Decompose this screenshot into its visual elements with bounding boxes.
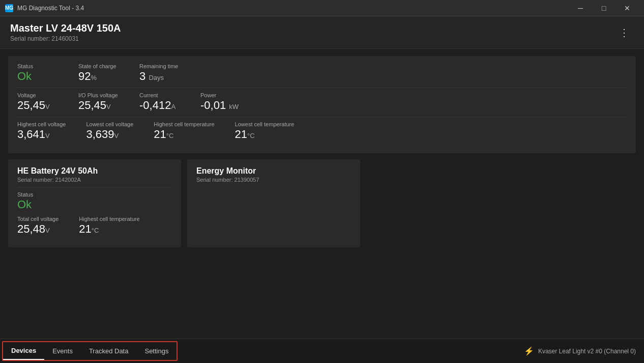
header-menu-button[interactable]: ⋮ [615,24,634,41]
soc-label: State of charge [78,63,119,69]
metric-power: Power -0,01 kW [200,92,241,111]
lct-value: 21°C [235,128,295,141]
battery-row-1: Status Ok [17,191,172,211]
voltage-label: Voltage [17,92,58,98]
remaining-time-label: Remaining time [139,63,180,69]
lcv-value: 3,639V [86,128,133,141]
battery-card: HE Battery 24V 50Ah Serial number: 21420… [8,159,181,247]
metric-remaining-time: Remaining time 3 Days [139,63,180,82]
header-device-title: Master LV 24-48V 150A [10,22,121,34]
remaining-time-value: 3 Days [139,70,180,82]
title-bar: MG MG Diagnostic Tool - 3.4 ─ □ ✕ [0,0,644,16]
usb-icon: ⚡ [524,346,534,356]
bhct-label: Highest cell temperature [79,216,139,222]
tab-tracked-data[interactable]: Tracked Data [81,342,137,360]
status-device: Kvaser Leaf Light v2 #0 (Channel 0) [538,348,636,355]
current-label: Current [139,92,180,98]
status-bar-right: ⚡ Kvaser Leaf Light v2 #0 (Channel 0) [524,339,644,363]
battery-status-value: Ok [17,199,58,211]
metric-current: Current -0,412A [139,92,180,111]
minimize-button[interactable]: ─ [569,0,592,16]
bottom-cards: HE Battery 24V 50Ah Serial number: 21420… [8,159,636,247]
power-value: -0,01 kW [200,99,241,111]
master-row-1: Status Ok State of charge 92% Remaining … [17,63,627,82]
divider-2 [17,117,627,117]
close-button[interactable]: ✕ [616,0,639,16]
app-icon: MG [5,4,13,12]
tab-devices[interactable]: Devices [3,342,44,360]
metric-highest-cell-voltage: Highest cell voltage 3,641V [17,121,66,141]
bottom-nav: Devices Events Tracked Data Settings ⚡ K… [0,339,644,363]
title-bar-text: MG Diagnostic Tool - 3.4 [17,5,569,12]
master-card: Status Ok State of charge 92% Remaining … [8,56,636,153]
tcv-value: 25,48V [17,223,58,235]
current-value: -0,412A [139,99,180,111]
tab-settings[interactable]: Settings [136,342,177,360]
battery-card-serial: Serial number: 2142002A [17,177,172,183]
divider-1 [17,88,627,88]
battery-status: Status Ok [17,191,58,211]
metric-io-plus-voltage: I/O Plus voltage 25,45V [78,92,119,111]
battery-row-2: Total cell voltage 25,48V Highest cell t… [17,216,172,235]
battery-highest-cell-temp: Highest cell temperature 21°C [79,216,139,235]
metric-voltage: Voltage 25,45V [17,92,58,111]
hct-value: 21°C [154,128,214,141]
bhct-value: 21°C [79,223,139,235]
battery-status-label: Status [17,191,58,198]
lct-label: Lowest cell temperature [235,121,295,127]
metric-lowest-cell-temp: Lowest cell temperature 21°C [235,121,295,141]
lcv-label: Lowest cell voltage [86,121,133,127]
app-header: Master LV 24-48V 150A Serial number: 214… [0,16,644,49]
energy-card-title: Energy Monitor [196,166,351,176]
io-plus-label: I/O Plus voltage [78,92,119,98]
tab-events[interactable]: Events [44,342,81,360]
nav-tabs: Devices Events Tracked Data Settings [2,341,178,361]
master-row-2: Voltage 25,45V I/O Plus voltage 25,45V C… [17,92,627,111]
tcv-label: Total cell voltage [17,216,58,222]
battery-total-cell-voltage: Total cell voltage 25,48V [17,216,58,235]
energy-card: Energy Monitor Serial number: 21390057 [187,159,360,247]
power-label: Power [200,92,241,98]
voltage-value: 25,45V [17,99,58,111]
hcv-value: 3,641V [17,128,66,141]
status-value: Ok [17,70,58,82]
soc-value: 92% [78,70,119,82]
title-bar-controls: ─ □ ✕ [569,0,639,16]
battery-divider [17,187,172,187]
metric-lowest-cell-voltage: Lowest cell voltage 3,639V [86,121,133,141]
status-label: Status [17,63,58,69]
hcv-label: Highest cell voltage [17,121,66,127]
header-device-info: Master LV 24-48V 150A Serial number: 214… [10,22,121,42]
metric-soc: State of charge 92% [78,63,119,82]
metric-highest-cell-temp: Highest cell temperature 21°C [154,121,214,141]
metric-status: Status Ok [17,63,58,82]
maximize-button[interactable]: □ [592,0,616,16]
io-plus-value: 25,45V [78,99,119,111]
master-row-3: Highest cell voltage 3,641V Lowest cell … [17,121,627,141]
energy-card-serial: Serial number: 21390057 [196,177,351,183]
main-content: Status Ok State of charge 92% Remaining … [0,49,644,339]
hct-label: Highest cell temperature [154,121,214,127]
header-serial: Serial number: 21460031 [10,35,121,42]
battery-card-title: HE Battery 24V 50Ah [17,166,172,176]
